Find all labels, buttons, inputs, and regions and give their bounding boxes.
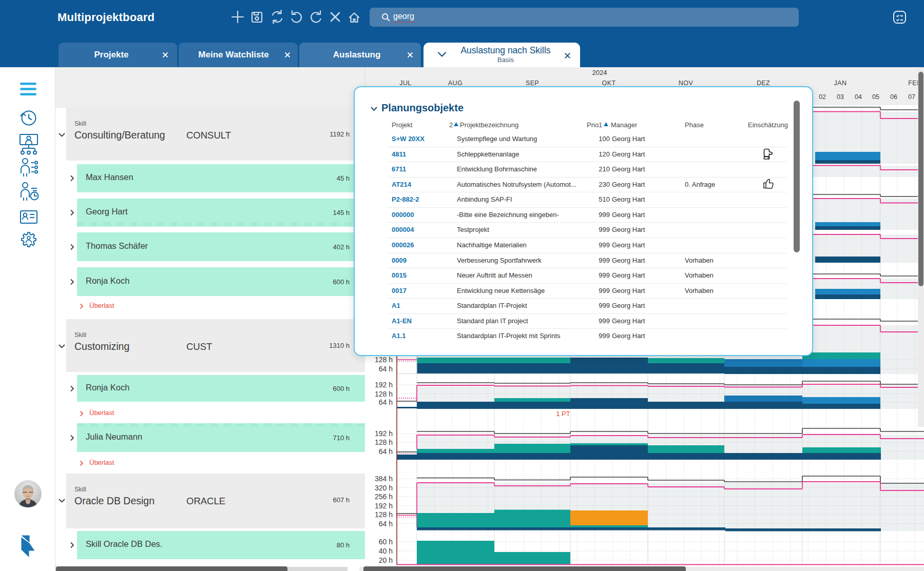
svg-text:1 PT: 1 PT — [556, 410, 570, 418]
svg-text:64 h: 64 h — [379, 520, 393, 528]
svg-text:192 h: 192 h — [375, 381, 393, 389]
svg-text:128 h: 128 h — [375, 390, 393, 398]
svg-text:64 h: 64 h — [379, 447, 393, 456]
svg-text:128 h: 128 h — [375, 438, 393, 446]
svg-text:60 h: 60 h — [379, 538, 393, 546]
svg-text:192 h: 192 h — [375, 429, 393, 438]
svg-text:192 h: 192 h — [375, 502, 393, 510]
svg-text:64 h: 64 h — [379, 365, 393, 373]
svg-text:384 h: 384 h — [375, 475, 393, 483]
svg-text:20 h: 20 h — [379, 556, 393, 564]
svg-text:64 h: 64 h — [379, 398, 393, 406]
svg-text:40 h: 40 h — [379, 547, 393, 555]
svg-text:128 h: 128 h — [375, 356, 393, 364]
svg-text:256 h: 256 h — [375, 493, 393, 501]
svg-text:128 h: 128 h — [375, 510, 393, 519]
svg-text:320 h: 320 h — [375, 484, 393, 492]
